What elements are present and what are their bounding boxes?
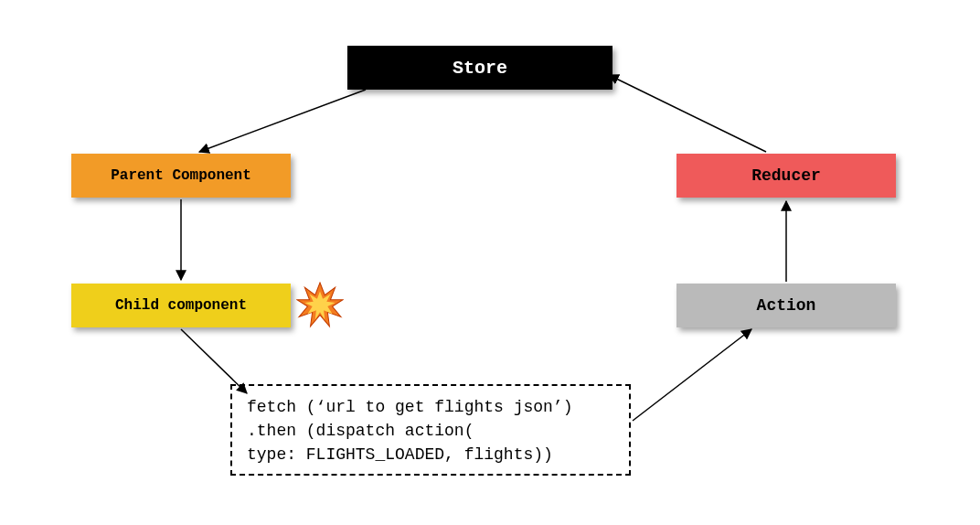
- node-store-label: Store: [453, 58, 507, 79]
- node-action-label: Action: [757, 296, 816, 315]
- code-snippet-box: fetch (‘url to get flights json’) .then …: [230, 384, 631, 476]
- code-line-2: .then (dispatch action(: [247, 419, 614, 443]
- node-reducer: Reducer: [676, 154, 896, 198]
- diagram-stage: Store Parent Component Child component R…: [0, 0, 980, 525]
- node-store: Store: [347, 46, 612, 90]
- arrow-code-to-action: [633, 329, 751, 421]
- node-reducer-label: Reducer: [751, 166, 821, 185]
- node-action: Action: [676, 284, 896, 327]
- code-line-1: fetch (‘url to get flights json’): [247, 395, 614, 419]
- node-child-component: Child component: [71, 284, 291, 327]
- node-child-label: Child component: [115, 297, 247, 314]
- arrow-reducer-to-store: [609, 75, 766, 152]
- node-parent-component: Parent Component: [71, 154, 291, 198]
- arrow-store-to-parent: [199, 90, 366, 152]
- node-parent-label: Parent Component: [111, 167, 251, 184]
- collision-icon: [296, 282, 344, 329]
- code-line-3: type: FLIGHTS_LOADED, flights)): [247, 443, 614, 466]
